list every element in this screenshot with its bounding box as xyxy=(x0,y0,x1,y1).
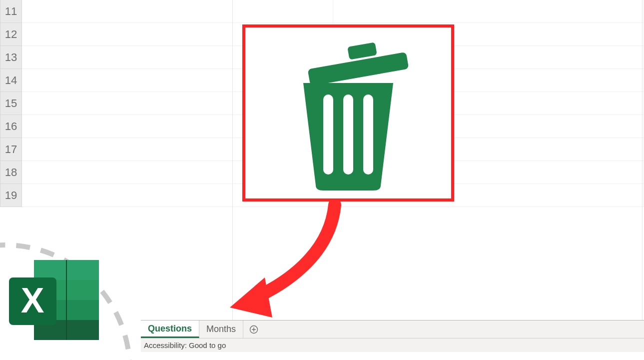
excel-window: 11 12 13 14 15 16 17 18 xyxy=(0,0,644,360)
sheet-tab-label: Months xyxy=(206,324,236,334)
plus-circle-icon xyxy=(249,325,258,334)
cell[interactable] xyxy=(22,0,333,23)
sheet-tab-months[interactable]: Months xyxy=(199,320,243,338)
row-header[interactable]: 17 xyxy=(0,138,22,161)
row-header[interactable]: 13 xyxy=(0,46,22,69)
row-header[interactable]: 18 xyxy=(0,161,22,184)
excel-logo-icon: X xyxy=(4,255,104,345)
column-gridline xyxy=(232,0,233,320)
svg-text:X: X xyxy=(21,281,44,320)
accessibility-status: Accessibility: Good to go xyxy=(144,341,226,350)
column-gridline xyxy=(642,0,643,320)
callout-box xyxy=(242,24,454,202)
sheet-tab-label: Questions xyxy=(148,324,192,334)
sheet-tab-bar: Questions Months xyxy=(141,320,644,338)
row: 11 xyxy=(0,0,644,23)
status-bar: Accessibility: Good to go xyxy=(141,338,644,352)
row-header[interactable]: 19 xyxy=(0,184,22,207)
new-sheet-button[interactable] xyxy=(243,320,264,338)
svg-rect-7 xyxy=(363,94,373,174)
row-header[interactable]: 16 xyxy=(0,115,22,138)
sheet-tab-questions[interactable]: Questions xyxy=(141,320,199,338)
svg-rect-6 xyxy=(343,94,353,174)
cell[interactable] xyxy=(333,0,644,23)
row-header[interactable]: 14 xyxy=(0,69,22,92)
row-header[interactable]: 15 xyxy=(0,92,22,115)
row-header[interactable]: 11 xyxy=(0,0,22,23)
svg-rect-5 xyxy=(323,94,333,174)
row-header[interactable]: 12 xyxy=(0,23,22,46)
trash-icon xyxy=(273,36,423,190)
svg-rect-4 xyxy=(347,42,377,60)
